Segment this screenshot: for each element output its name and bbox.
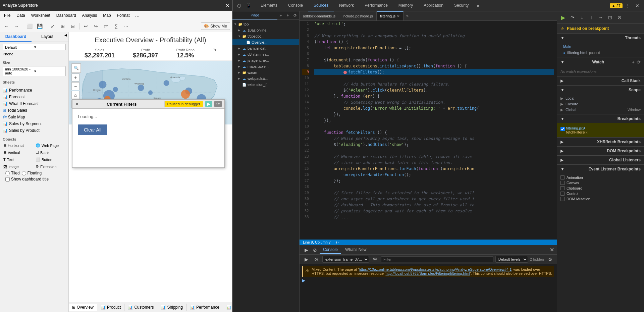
filtering-thread[interactable]: ● filtering.html paused [560,50,641,56]
show-me-button[interactable]: 🎨 Show Me [201,22,230,30]
tree-item-webpack[interactable]: ▶ ☁ webpack://... [232,75,299,82]
tab-application[interactable]: Application [418,0,449,11]
refresh-icon[interactable]: ⟳ [292,12,298,18]
event-listener-header[interactable]: ▼ Event Listener Breakpoints [557,165,644,173]
tab-commission[interactable]: 📊 Commission Model [223,304,232,311]
animation-checkbox[interactable] [560,175,565,179]
object-text[interactable]: T Text [3,157,34,162]
warning-link1[interactable]: https://10az.online.tableau.com/t/gpsdoc… [359,267,512,271]
debugger-step-button[interactable]: ⟳ [214,101,222,107]
canvas-checkbox[interactable] [560,181,565,185]
object-web-page[interactable]: 🌐 Web Page [35,143,66,148]
watch-header[interactable]: ▼ Watch + ⟳ [557,57,644,67]
object-image[interactable]: 🖼 Image [3,164,34,169]
add-watch-button[interactable]: + [632,59,635,65]
sheet-forecast[interactable]: 📊 Forecast [0,94,68,100]
dom-mutation-checkbox[interactable] [560,197,565,201]
toolbar-btn1[interactable]: ⤢ [48,22,57,30]
dont-pause-icon[interactable]: ⊘ [615,13,624,21]
sidebar-collapse-btn[interactable]: ◀ [63,32,68,38]
map-search-button[interactable]: 🔍 [71,63,81,73]
console-close-button[interactable]: ✕ [550,247,554,253]
console-debug-icon[interactable]: ▶ [302,246,310,254]
breakpoints-header[interactable]: ▼ Breakpoints [557,114,644,123]
tab-sources[interactable]: Sources [308,0,334,11]
tableau-close-button[interactable]: ✕ [225,2,229,9]
breakpoint-checkbox[interactable] [560,127,565,131]
source-tab-postload[interactable]: include.postload.js [339,11,377,20]
menu-analysis[interactable]: Analysis [79,12,100,18]
filters-close-button[interactable]: ✕ [75,101,79,107]
toolbar-more[interactable]: ··· [122,22,130,30]
close-devtools-icon[interactable]: ✕ [633,2,641,10]
tree-item-extension[interactable]: 📄 extension_f... [232,82,299,88]
call-stack-header[interactable]: ▶ Call Stack [557,76,644,85]
device-toolbar-icon[interactable]: 📱 [245,2,253,10]
filtering-tab-close[interactable]: ✕ [397,14,400,18]
console-expand-arrow[interactable]: ▶ [302,278,554,283]
event-canvas[interactable]: Canvas [560,180,641,186]
breakpoint-item-1[interactable]: filtering.js:9 fetchFilters(); [560,125,641,135]
default-dropdown[interactable]: Default ▾ [3,44,66,50]
map-home-button[interactable]: ⌂ [71,91,79,99]
console-settings-icon[interactable]: ⚙ [546,255,554,263]
menu-more[interactable]: ... [133,12,142,19]
menu-dashboard[interactable]: Dashboard [54,12,79,18]
toolbar-btn2[interactable]: ⊞ [58,22,67,30]
step-into-icon[interactable]: ↓ [578,13,586,21]
src-tab-page[interactable]: Page [232,11,277,19]
tree-item-bam[interactable]: ▶ ☁ bam.nr-dat... [232,45,299,51]
clipboard-checkbox[interactable] [560,186,565,190]
xhr-header[interactable]: ▶ XHR/fetch Breakpoints [557,138,644,146]
scope-local[interactable]: ▶ Local [560,96,641,101]
tree-item-jsagent[interactable]: ▶ ☁ js-agent.ne... [232,57,299,63]
refresh-watch-button[interactable]: ⟳ [637,59,641,65]
source-tab-adblock[interactable]: adblock-bandaids.js [300,11,339,20]
global-listeners-header[interactable]: ▶ Global Listeners [557,156,644,164]
tab-security[interactable]: Security [449,0,474,11]
toolbar-back[interactable]: ← [2,22,11,30]
toolbar-swap[interactable]: ⇄ [102,22,110,30]
tab-console[interactable]: Console [283,0,308,11]
toolbar-btn3[interactable]: ⊟ [68,22,77,30]
map-zoom-in-button[interactable]: + [71,73,79,82]
tab-customers[interactable]: 📊 Customers [124,304,157,311]
sheet-sale-map[interactable]: 🗺 Sale Map [0,114,68,120]
sidebar-tab-dashboard[interactable]: Dashboard [0,32,32,42]
scope-global[interactable]: ▶ Global Window [560,107,641,113]
object-extension[interactable]: ⚙ Extension [35,164,66,169]
toolbar-sort[interactable]: ∑ [112,22,120,30]
extension-frame-select[interactable]: extension_frame_37... [322,256,369,263]
tab-elements[interactable]: Elements [255,0,283,11]
console-filter-input[interactable] [381,256,493,262]
toolbar-redo[interactable]: ↪ [92,22,100,30]
sheet-total-sales[interactable]: ⊞ Total Sales [0,107,68,114]
format-icon[interactable]: {} [336,240,338,244]
object-button[interactable]: ⬜ Button [35,157,66,162]
resume-icon[interactable]: ▶ [559,13,567,21]
tree-item-maps[interactable]: ▶ ☁ maps.table... [232,63,299,69]
sheet-sales-segment[interactable]: 📊 Sales by Segment [0,120,68,127]
menu-file[interactable]: File [1,12,13,18]
menu-format[interactable]: Format [114,12,132,18]
step-over-icon[interactable]: ↷ [569,13,577,21]
source-tab-filtering[interactable]: filtering.js ✕ [377,11,404,20]
scope-header[interactable]: ▼ Scope [557,86,644,94]
scope-closure[interactable]: ▶ Closure [560,101,641,107]
tree-item-wasm[interactable]: ▶ 📁 wasm [232,69,299,75]
tab-network[interactable]: Network [334,0,359,11]
console-toolbar-block-icon[interactable]: ⊘ [312,255,320,263]
dom-header[interactable]: ▶ DOM Breakpoints [557,147,644,155]
console-block-icon[interactable]: ⊘ [311,246,319,254]
event-clipboard[interactable]: Clipboard [560,186,641,191]
tiled-radio[interactable] [5,171,10,175]
map-zoom-out-button[interactable]: − [71,82,79,90]
src-tab-more[interactable]: » [277,11,284,19]
toolbar-undo[interactable]: ↩ [82,22,90,30]
tab-performance[interactable]: Performance [359,0,393,11]
object-vertical[interactable]: ⊟ Vertical [3,150,34,155]
clear-all-button[interactable]: Clear All [78,124,107,135]
menu-data[interactable]: Data [14,12,28,18]
tree-item-gpsdoc[interactable]: ▼ 📁 t/gpsdoc... [232,33,299,39]
size-dropdown[interactable]: min 1000x620 - auto ▾ [3,66,66,76]
